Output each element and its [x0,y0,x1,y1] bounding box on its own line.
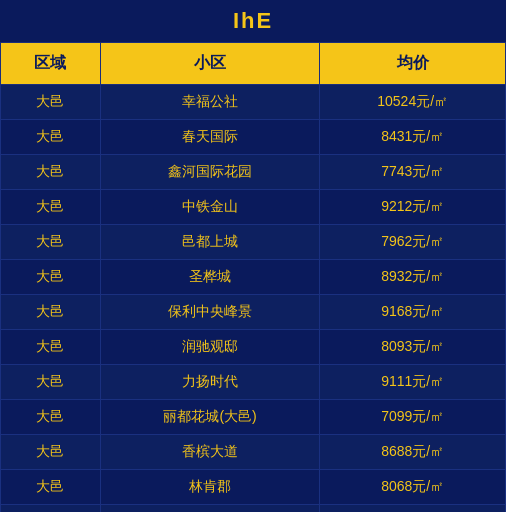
cell-price: 9558元/㎡ [320,505,506,513]
table-row: 大邑邑都上城7962元/㎡ [1,225,506,260]
cell-price: 8688元/㎡ [320,435,506,470]
table-row: 大邑香槟大道8688元/㎡ [1,435,506,470]
cell-price: 10524元/㎡ [320,85,506,120]
cell-area: 大邑 [1,190,101,225]
cell-area: 大邑 [1,365,101,400]
cell-area: 大邑 [1,225,101,260]
cell-community: 保利中央峰景 [100,295,320,330]
cell-price: 9168元/㎡ [320,295,506,330]
cell-community: 林肯郡 [100,470,320,505]
table-row: 大邑春天国际8431元/㎡ [1,120,506,155]
cell-community: 中铁金山 [100,190,320,225]
col-price-header: 均价 [320,43,506,85]
cell-community: 邑都上城 [100,225,320,260]
cell-community: 香槟大道 [100,435,320,470]
cell-community: 润驰观邸 [100,330,320,365]
table-row: 大邑鑫河国际花园7743元/㎡ [1,155,506,190]
cell-area: 大邑 [1,505,101,513]
table-row: 大邑丽都花城(大邑)7099元/㎡ [1,400,506,435]
cell-price: 7099元/㎡ [320,400,506,435]
cell-price: 8068元/㎡ [320,470,506,505]
col-community-header: 小区 [100,43,320,85]
cell-community: 幸福公社 [100,85,320,120]
cell-area: 大邑 [1,400,101,435]
cell-area: 大邑 [1,120,101,155]
cell-community: 鑫河国际花园 [100,155,320,190]
cell-price: 9111元/㎡ [320,365,506,400]
cell-price: 9212元/㎡ [320,190,506,225]
cell-price: 8093元/㎡ [320,330,506,365]
cell-area: 大邑 [1,295,101,330]
cell-price: 8431元/㎡ [320,120,506,155]
cell-area: 大邑 [1,155,101,190]
cell-area: 大邑 [1,435,101,470]
cell-price: 8932元/㎡ [320,260,506,295]
page-title: IhE [0,0,506,42]
cell-area: 大邑 [1,260,101,295]
table-row: 大邑林肯郡8068元/㎡ [1,470,506,505]
cell-area: 大邑 [1,330,101,365]
col-area-header: 区域 [1,43,101,85]
table-row: 大邑力扬时代9111元/㎡ [1,365,506,400]
cell-community: 春天国际 [100,120,320,155]
table-row: 大邑青禾名都9558元/㎡ [1,505,506,513]
cell-community: 青禾名都 [100,505,320,513]
cell-area: 大邑 [1,470,101,505]
table-row: 大邑保利中央峰景9168元/㎡ [1,295,506,330]
cell-price: 7743元/㎡ [320,155,506,190]
table-header-row: 区域 小区 均价 [1,43,506,85]
cell-community: 丽都花城(大邑) [100,400,320,435]
table-row: 大邑润驰观邸8093元/㎡ [1,330,506,365]
cell-price: 7962元/㎡ [320,225,506,260]
cell-community: 圣桦城 [100,260,320,295]
table-row: 大邑中铁金山9212元/㎡ [1,190,506,225]
data-table: 区域 小区 均价 大邑幸福公社10524元/㎡大邑春天国际8431元/㎡大邑鑫河… [0,42,506,512]
cell-area: 大邑 [1,85,101,120]
table-row: 大邑幸福公社10524元/㎡ [1,85,506,120]
cell-community: 力扬时代 [100,365,320,400]
table-row: 大邑圣桦城8932元/㎡ [1,260,506,295]
